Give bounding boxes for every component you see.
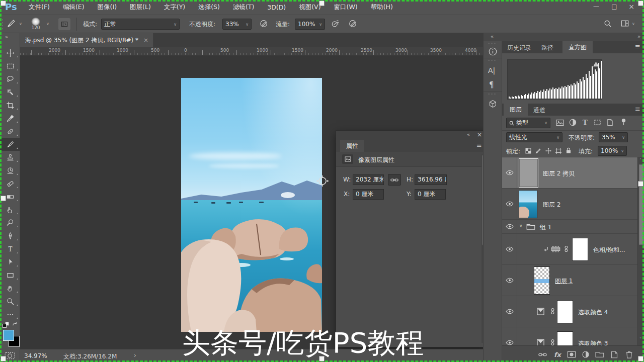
info-panel-icon[interactable]: [489, 47, 497, 57]
panel-menu-icon[interactable]: ≡: [635, 43, 640, 50]
layer-mask-thumbnail[interactable]: [572, 238, 588, 261]
capture-handle[interactable]: [319, 1, 325, 6]
visibility-toggle[interactable]: [502, 327, 517, 345]
layer-filter-select[interactable]: 类型∨: [506, 118, 550, 128]
lock-position-icon[interactable]: [545, 148, 551, 155]
history-brush-tool[interactable]: [0, 164, 20, 177]
quick-select-tool[interactable]: [0, 85, 20, 99]
layer-name[interactable]: 组 1: [540, 223, 551, 232]
layer-mask-thumbnail[interactable]: [557, 300, 573, 323]
scrollbar-thumb[interactable]: [482, 155, 483, 245]
workspace-icon[interactable]: [621, 20, 629, 29]
tab-close-icon[interactable]: ×: [143, 37, 148, 44]
menu-image[interactable]: 图像(I): [91, 3, 123, 12]
fx-icon[interactable]: fx: [552, 350, 562, 359]
collapse-panel-icon[interactable]: «: [467, 132, 470, 137]
character-panel-icon[interactable]: A|: [488, 66, 495, 74]
adjustment-layer-row[interactable]: 选取颜色 3: [502, 327, 637, 345]
minimize-button[interactable]: —: [589, 3, 604, 10]
tab-properties[interactable]: 属性: [340, 140, 364, 152]
zoom-tool[interactable]: [0, 295, 20, 308]
maximize-button[interactable]: □: [607, 3, 622, 10]
capture-handle[interactable]: [1, 1, 6, 6]
dodge-tool[interactable]: [0, 216, 20, 229]
scrollbar-thumb[interactable]: [639, 164, 644, 245]
link-dimensions-button[interactable]: [388, 174, 401, 186]
search-icon[interactable]: [604, 20, 612, 29]
marquee-tool[interactable]: [0, 59, 20, 72]
group-row[interactable]: ∨ 组 1: [502, 220, 637, 234]
layer-thumbnail[interactable]: [519, 158, 538, 188]
filter-smart-object-icon[interactable]: [607, 119, 613, 128]
capture-handle[interactable]: [1, 356, 6, 361]
airbrush-icon[interactable]: [331, 19, 340, 30]
document-tab[interactable]: 海.psd @ 35% (图层 2 拷贝, RGB/8#) * ×: [20, 33, 154, 47]
new-group-icon[interactable]: [595, 350, 605, 359]
filter-image-icon[interactable]: [556, 119, 564, 128]
menu-layer[interactable]: 图层(L): [123, 3, 157, 12]
panel-menu-icon[interactable]: ≡: [476, 141, 482, 149]
y-input[interactable]: 0 厘米: [415, 189, 446, 200]
filter-type-icon[interactable]: T: [583, 119, 588, 126]
tab-layers[interactable]: 图层: [504, 104, 528, 116]
lock-paint-icon[interactable]: [535, 148, 541, 155]
capture-handle[interactable]: [638, 356, 643, 361]
x-input[interactable]: 0 厘米: [353, 189, 384, 200]
tab-channels[interactable]: 通道: [533, 106, 545, 115]
chevron-down-icon[interactable]: ∨: [19, 22, 22, 26]
paragraph-panel-icon[interactable]: ¶: [489, 80, 494, 89]
warning-icon[interactable]: [593, 61, 599, 67]
default-colors-icon[interactable]: [3, 324, 7, 328]
lasso-tool[interactable]: [0, 72, 20, 85]
filter-adjustment-icon[interactable]: [569, 119, 577, 128]
tab-history[interactable]: 历史记录: [507, 44, 531, 52]
type-tool[interactable]: T: [0, 242, 20, 255]
lock-transparent-icon[interactable]: [525, 148, 531, 155]
lock-artboard-icon[interactable]: [555, 148, 561, 155]
scroll-up-icon[interactable]: ˄: [639, 158, 641, 163]
filter-pin-icon[interactable]: [621, 118, 626, 127]
menu-edit[interactable]: 编辑(E): [56, 3, 91, 12]
delete-layer-icon[interactable]: [624, 350, 634, 359]
menu-select[interactable]: 选择(S): [192, 3, 226, 12]
link-layers-icon[interactable]: [537, 350, 547, 359]
chevron-down-icon[interactable]: ∨: [632, 22, 635, 26]
crop-tool[interactable]: [0, 99, 20, 112]
tab-paths[interactable]: 路径: [541, 44, 553, 52]
brush-tool[interactable]: [0, 138, 20, 151]
panel-menu-icon[interactable]: ≡: [635, 105, 640, 113]
layer-mask-thumbnail[interactable]: [557, 331, 573, 345]
layer-thumbnail[interactable]: [519, 190, 537, 218]
close-panel-icon[interactable]: ×: [477, 131, 482, 138]
lock-all-icon[interactable]: [566, 147, 572, 155]
pressure-size-icon[interactable]: [348, 19, 357, 30]
zoom-level-field[interactable]: 34.97%: [24, 352, 47, 359]
capture-handle[interactable]: [638, 1, 643, 6]
collapse-dock-right-icon[interactable]: »: [637, 34, 640, 39]
layer-thumbnail[interactable]: [534, 266, 550, 295]
brush-preview[interactable]: [31, 18, 40, 26]
layer-row[interactable]: 图层 2 拷贝: [502, 157, 637, 189]
adjustment-layer-row[interactable]: 选取颜色 4: [502, 296, 637, 327]
menu-3d[interactable]: 3D(D): [261, 4, 292, 11]
pressure-opacity-icon[interactable]: [260, 19, 269, 30]
layer-opacity-select[interactable]: 35%∨: [599, 132, 628, 142]
visibility-toggle[interactable]: [502, 220, 517, 233]
menu-type[interactable]: 文字(Y): [157, 3, 192, 12]
visibility-toggle[interactable]: [502, 265, 517, 296]
filter-shape-icon[interactable]: [594, 119, 601, 127]
brush-tool-preset-icon[interactable]: [6, 19, 17, 30]
collapse-tools-icon[interactable]: »: [5, 34, 8, 40]
layer-name[interactable]: 选取颜色 3: [578, 339, 608, 345]
eraser-tool[interactable]: [0, 177, 20, 190]
layer-row[interactable]: 图层 2: [502, 189, 637, 220]
eyedropper-tool[interactable]: [0, 112, 20, 125]
visibility-toggle[interactable]: [502, 296, 517, 327]
visibility-toggle[interactable]: [502, 234, 517, 264]
pen-tool[interactable]: [0, 229, 20, 242]
layer-name[interactable]: 色相/饱和...: [593, 246, 625, 254]
smudge-tool[interactable]: [0, 203, 20, 216]
add-adjustment-icon[interactable]: [581, 350, 591, 359]
swap-colors-icon[interactable]: [12, 322, 18, 329]
scroll-down-icon[interactable]: ˅: [639, 337, 641, 342]
